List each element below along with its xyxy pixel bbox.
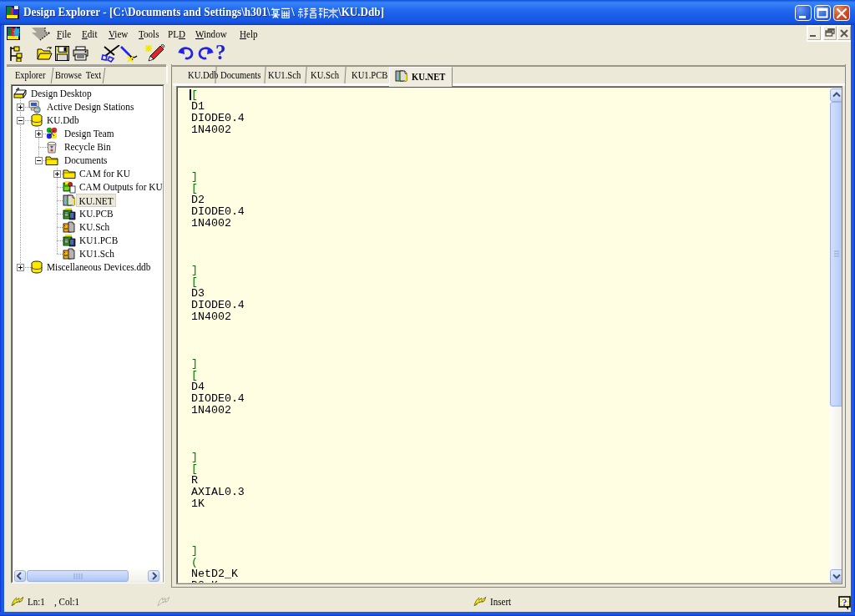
svg-text:?: ?	[842, 597, 847, 608]
